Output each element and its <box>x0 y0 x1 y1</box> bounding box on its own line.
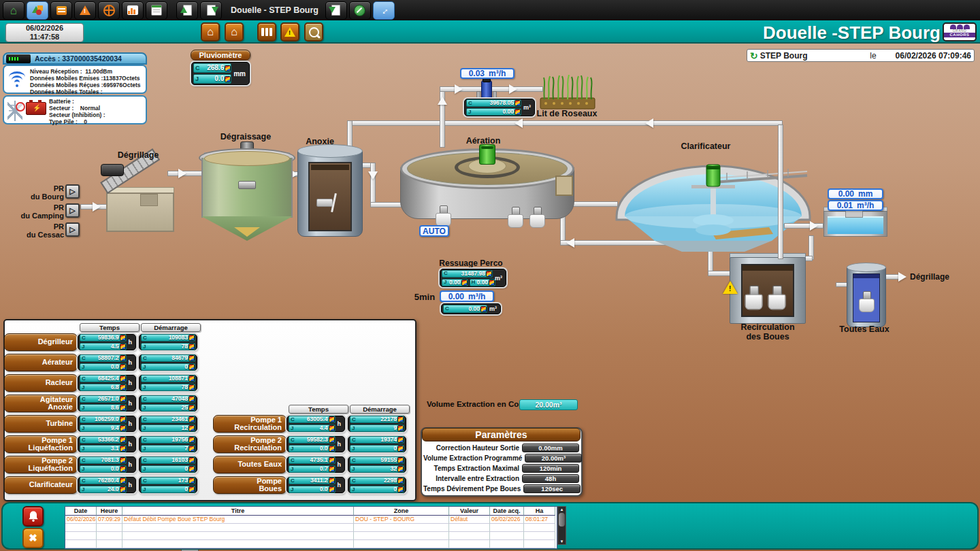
equipment-label[interactable]: Clarificateur <box>4 476 78 494</box>
anoxic-mixer[interactable] <box>316 199 333 207</box>
aeration-turbine-motor[interactable] <box>479 144 495 165</box>
trend-icon[interactable] <box>398 458 403 463</box>
alarm-cell[interactable]: DOU - STEP - BOURG <box>354 516 449 524</box>
recirculation-pump-2[interactable] <box>768 286 785 310</box>
trend-icon[interactable] <box>398 437 403 442</box>
alarm-cell[interactable] <box>524 524 555 532</box>
trend-icon[interactable] <box>398 417 403 422</box>
temps-counter[interactable]: C4735.1J0.7h <box>287 456 345 473</box>
equipment-label[interactable]: Aérateur <box>4 354 78 371</box>
scroll-thumb[interactable] <box>559 513 565 527</box>
alarm-cell[interactable] <box>122 524 354 532</box>
alarm-column-header[interactable]: Date <box>65 507 97 516</box>
scroll-down-icon[interactable]: ▼ <box>560 539 564 544</box>
trend-icon[interactable] <box>329 446 334 451</box>
alarm-cell[interactable] <box>97 532 122 540</box>
temps-counter[interactable]: C7081.3J0.0h <box>78 456 136 473</box>
transfer-doc-button[interactable] <box>325 1 347 20</box>
trend-icon[interactable] <box>189 376 194 381</box>
trend-icon[interactable] <box>487 271 491 276</box>
alarm-clear-button[interactable]: ✖ <box>22 528 44 548</box>
table2-temps-header[interactable]: Temps <box>289 405 348 414</box>
modem-access-header[interactable]: Accès : 337000035420034 <box>3 52 147 65</box>
datetime-display[interactable]: 06/02/2026 11:47:58 <box>5 23 84 42</box>
trend-icon[interactable] <box>120 356 125 361</box>
trend-icon[interactable] <box>120 467 125 471</box>
alarm-cell[interactable] <box>354 540 449 548</box>
alarm-column-header[interactable]: Date acq. <box>490 507 524 516</box>
trend-icon[interactable] <box>189 446 194 451</box>
aeration-pump[interactable] <box>508 207 523 227</box>
scroll-up-icon[interactable]: ▲ <box>560 507 564 512</box>
home-nav-button-1[interactable]: ⌂ <box>201 22 220 41</box>
demarrage-counter[interactable]: C22178J9 <box>348 416 406 432</box>
equipment-label[interactable]: Racleur <box>4 374 78 392</box>
trend-icon[interactable] <box>398 446 403 451</box>
trend-icon[interactable] <box>189 335 194 340</box>
trend-icon[interactable] <box>189 405 194 410</box>
aeration-pump[interactable] <box>436 205 451 226</box>
demarrage-counter[interactable]: C59155J32 <box>348 456 406 473</box>
trend-icon[interactable] <box>398 426 403 431</box>
temps-counter[interactable]: C106259.0J9.4h <box>78 416 136 432</box>
alarm-log-button[interactable]: ! <box>280 22 299 41</box>
equipment-label[interactable]: Pompe 2 Recirculation <box>213 435 287 453</box>
temps-counter[interactable]: C3411.2J0.0h <box>287 477 345 493</box>
temps-counter[interactable]: C68425.4J6.8h <box>78 375 136 391</box>
alarm-cell[interactable] <box>490 532 524 540</box>
trend-icon[interactable] <box>398 478 403 483</box>
alarm-cell[interactable] <box>449 540 490 548</box>
perco-flow-display[interactable]: 0.00m³/h <box>440 290 494 302</box>
equipment-label[interactable]: Toutes Eaux <box>213 456 287 473</box>
alarm-cell[interactable] <box>524 532 555 540</box>
demarrage-counter[interactable]: C19756J7 <box>139 436 197 452</box>
alarm-cell[interactable] <box>97 524 122 532</box>
alarm-cell[interactable] <box>449 524 490 532</box>
parameter-value-button[interactable]: 48h <box>522 474 579 483</box>
trend-icon[interactable] <box>120 344 125 349</box>
archives-button[interactable] <box>257 22 276 41</box>
auto-mode-indicator[interactable]: AUTO <box>419 225 449 237</box>
temps-counter[interactable]: C76280.4J24.0h <box>78 477 136 493</box>
trend-icon[interactable] <box>398 467 403 471</box>
pump-fault-warning[interactable]: ! <box>723 281 739 295</box>
parameter-value-button[interactable]: 20.00m³ <box>525 454 582 463</box>
trend-icon[interactable] <box>329 458 334 463</box>
alarm-scrollbar[interactable]: ▲ ▼ <box>557 506 566 545</box>
temps-counter[interactable]: C26571.0J8.6h <box>78 395 136 412</box>
network-button[interactable] <box>98 1 120 20</box>
alarm-column-header[interactable]: Ha <box>524 507 555 516</box>
screen-motor[interactable] <box>101 164 124 176</box>
synoptic-view-button[interactable] <box>27 1 48 20</box>
inflow-rate-display[interactable]: 0.03m³/h <box>460 68 514 79</box>
alarms-button[interactable]: ! <box>74 1 96 20</box>
trend-icon[interactable] <box>189 467 194 471</box>
trend-icon[interactable] <box>189 356 194 361</box>
trend-icon[interactable] <box>462 280 467 285</box>
trend-icon[interactable] <box>329 478 334 483</box>
alarm-table[interactable]: DateHeureTitreZoneValeurDate acq.Ha06/02… <box>65 506 557 549</box>
pr-bourg-button[interactable]: ▷ <box>65 184 80 199</box>
trend-icon[interactable] <box>120 405 125 410</box>
home-nav-button-2[interactable]: ⌂ <box>225 22 244 41</box>
trend-icon[interactable] <box>120 365 125 369</box>
temps-counter[interactable]: C53366.2J3.1h <box>78 436 136 452</box>
perco-counter[interactable]: C0.00 m³ <box>441 303 501 314</box>
table1-temps-header[interactable]: Temps <box>80 323 140 332</box>
equipment-label[interactable]: Agitateur Anoxie <box>4 395 78 412</box>
alarm-cell[interactable] <box>122 532 354 540</box>
demarrage-counter[interactable]: C16103J0 <box>139 456 197 473</box>
trend-icon[interactable] <box>398 487 403 492</box>
trend-icon[interactable] <box>515 110 520 114</box>
ressuage-counter[interactable]: C31487.98 J0.00 H0.00 m³ <box>440 269 506 287</box>
temps-counter[interactable]: C58807.2J0.0h <box>78 354 136 371</box>
trend-icon[interactable] <box>329 426 334 431</box>
trend-icon[interactable] <box>189 478 194 483</box>
alarm-column-header[interactable]: Valeur <box>449 507 490 516</box>
parameter-value-button[interactable]: 120sec <box>523 484 581 493</box>
trend-icon[interactable] <box>189 417 194 422</box>
inflow-counter[interactable]: C39678.05 J0.00 m³ <box>464 99 535 116</box>
aeration-pump[interactable] <box>529 207 544 227</box>
trend-icon[interactable] <box>329 417 334 422</box>
pr-camping-button[interactable]: ▷ <box>65 203 80 218</box>
